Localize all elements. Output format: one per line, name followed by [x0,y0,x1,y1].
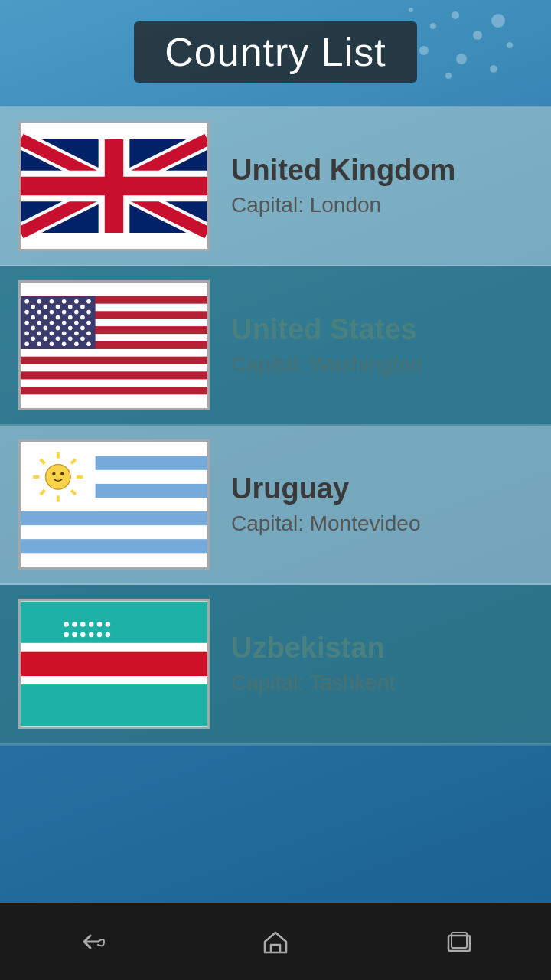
country-capital: Capital: Tashkent [231,671,395,695]
svg-rect-88 [21,676,207,684]
svg-point-45 [31,326,35,331]
svg-rect-86 [21,643,207,652]
svg-point-60 [80,336,85,341]
list-item[interactable]: United Kingdom Capital: London [0,107,551,266]
country-capital: Capital: Montevideo [231,511,420,536]
svg-rect-11 [21,357,207,364]
svg-point-25 [56,305,60,309]
svg-point-33 [86,310,91,315]
country-name: United Kingdom [231,155,455,187]
svg-point-94 [97,622,103,627]
svg-point-37 [68,315,73,320]
svg-point-58 [56,336,60,341]
recents-button[interactable] [429,919,490,965]
svg-point-47 [56,326,60,331]
svg-rect-87 [21,652,207,677]
svg-point-93 [89,622,94,627]
svg-point-55 [86,332,91,336]
svg-rect-14 [21,379,207,387]
svg-point-43 [74,321,79,325]
svg-point-36 [56,315,60,320]
svg-point-90 [64,622,69,627]
svg-point-44 [86,321,91,325]
svg-point-28 [24,310,29,315]
svg-point-29 [37,310,41,315]
svg-rect-71 [21,539,207,553]
svg-point-26 [68,305,73,309]
list-item[interactable]: United States Capital: Washington [0,266,551,426]
uz-flag [18,599,210,729]
svg-point-99 [89,632,94,638]
us-flag [18,280,210,410]
svg-rect-10 [21,349,207,357]
svg-point-65 [74,341,79,346]
svg-rect-16 [21,296,96,349]
nav-bar [0,903,551,980]
svg-rect-89 [21,684,207,726]
svg-rect-70 [21,511,207,525]
svg-point-82 [46,465,71,490]
svg-point-21 [74,299,79,304]
svg-point-49 [80,326,85,331]
page-title: Country List [134,21,416,83]
svg-point-91 [72,622,77,627]
uy-flag [18,439,210,570]
svg-point-50 [24,332,29,336]
country-info: Uzbekistan Capital: Tashkent [231,632,395,695]
svg-point-52 [50,332,54,336]
home-button[interactable] [245,919,306,965]
country-list: United Kingdom Capital: London [0,106,551,746]
svg-point-23 [31,305,35,309]
country-capital: Capital: London [231,193,455,217]
svg-point-84 [60,472,64,475]
country-info: Uruguay Capital: Montevideo [231,473,420,536]
svg-point-56 [31,336,35,341]
svg-point-24 [44,305,48,309]
svg-point-41 [50,321,54,325]
svg-point-92 [80,622,86,627]
svg-point-48 [68,326,73,331]
svg-point-54 [74,332,79,336]
svg-point-83 [52,472,55,475]
svg-point-57 [44,336,48,341]
svg-rect-15 [21,387,207,394]
svg-point-59 [68,336,73,341]
back-button[interactable] [61,919,122,965]
list-item[interactable]: Uzbekistan Capital: Tashkent [0,585,551,744]
country-info: United States Capital: Washington [231,314,422,377]
svg-point-22 [86,299,91,304]
svg-point-39 [24,321,29,325]
svg-point-66 [86,341,91,346]
svg-point-96 [64,632,69,638]
svg-point-62 [37,341,41,346]
svg-point-98 [80,632,86,638]
svg-point-17 [24,299,29,304]
svg-point-31 [62,310,67,315]
svg-point-64 [62,341,67,346]
country-info: United Kingdom Capital: London [231,155,455,217]
svg-point-20 [62,299,67,304]
svg-point-95 [106,622,111,627]
svg-point-100 [97,632,103,638]
list-item[interactable]: Uruguay Capital: Montevideo [0,426,551,585]
country-name: Uruguay [231,473,420,505]
svg-point-27 [80,305,85,309]
svg-point-19 [50,299,54,304]
svg-point-18 [37,299,41,304]
country-name: Uzbekistan [231,632,395,665]
svg-point-63 [50,341,54,346]
svg-point-30 [50,310,54,315]
svg-point-51 [37,332,41,336]
svg-point-38 [80,315,85,320]
svg-point-34 [31,315,35,320]
svg-rect-13 [21,372,207,380]
svg-point-42 [62,321,67,325]
svg-point-97 [72,632,77,638]
country-capital: Capital: Washington [231,352,422,377]
svg-point-61 [24,341,29,346]
svg-point-35 [44,315,48,320]
svg-rect-85 [21,602,207,643]
svg-point-46 [44,326,48,331]
uk-flag [18,121,210,251]
svg-point-32 [74,310,79,315]
